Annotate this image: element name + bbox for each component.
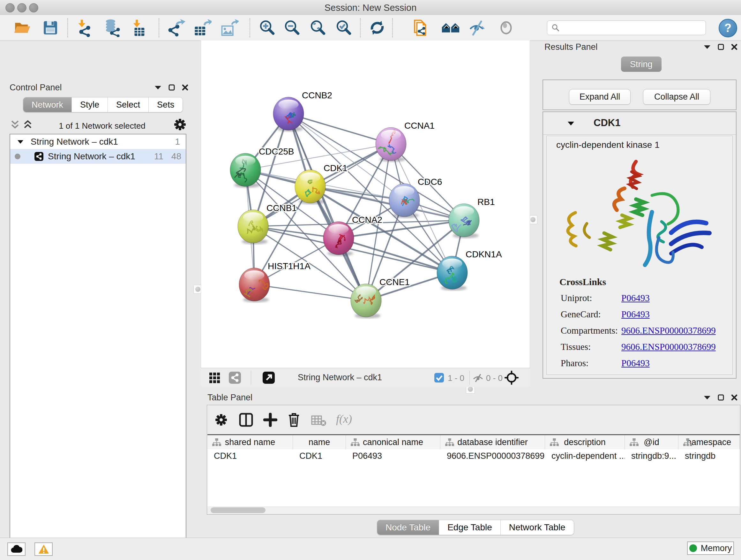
network-node-RB1[interactable]: RB1 bbox=[449, 197, 495, 238]
collapse-panel-icon[interactable] bbox=[704, 395, 711, 400]
network-edge[interactable] bbox=[254, 285, 366, 300]
close-panel-icon[interactable] bbox=[182, 84, 188, 91]
crosslink-link[interactable]: P06493 bbox=[621, 309, 650, 320]
table-cell[interactable]: CDK1 bbox=[293, 449, 346, 462]
table-cell[interactable]: CDK1 bbox=[207, 449, 293, 462]
network-node-CCNB1[interactable]: CCNB1 bbox=[238, 203, 297, 244]
column-header-label: name bbox=[309, 437, 330, 447]
zoom-in-icon[interactable] bbox=[257, 17, 278, 38]
detach-view-icon[interactable] bbox=[263, 372, 275, 384]
close-panel-icon[interactable] bbox=[731, 44, 738, 50]
column-header-description[interactable]: description bbox=[545, 435, 625, 449]
crosslink-link[interactable]: P06493 bbox=[621, 293, 650, 303]
delete-columns-icon[interactable] bbox=[287, 412, 301, 428]
zoom-selected-icon[interactable] bbox=[334, 17, 354, 38]
table-scrollbar-thumb[interactable] bbox=[211, 507, 266, 513]
cloud-button[interactable] bbox=[7, 543, 25, 556]
tab-node-table[interactable]: Node Table bbox=[377, 520, 439, 535]
network-row[interactable]: String Network – cdk1 11 48 bbox=[10, 149, 186, 164]
export-table-icon[interactable] bbox=[192, 17, 212, 38]
search-field[interactable] bbox=[547, 20, 706, 35]
crosslink-link[interactable]: P06493 bbox=[621, 358, 650, 368]
crosslink-link[interactable]: 9606.ENSP00000378699 bbox=[621, 325, 716, 336]
tab-edge-table[interactable]: Edge Table bbox=[439, 520, 501, 535]
birds-eye-view-icon[interactable] bbox=[504, 371, 519, 385]
expand-all-networks-icon[interactable] bbox=[23, 120, 32, 131]
warnings-button[interactable] bbox=[35, 543, 53, 556]
column-header-shared-name[interactable]: shared name bbox=[207, 435, 293, 449]
column-header-canonical-name[interactable]: canonical name bbox=[346, 435, 441, 449]
network-node-CDC6[interactable]: CDC6 bbox=[389, 177, 442, 218]
tab-string[interactable]: String bbox=[621, 57, 662, 72]
network-node-HIST1H1A[interactable]: HIST1H1A bbox=[239, 261, 311, 302]
export-network-icon[interactable] bbox=[166, 17, 186, 38]
column-header-name[interactable]: name bbox=[293, 435, 346, 449]
refresh-icon[interactable] bbox=[367, 17, 387, 38]
crosslink-label: Compartments: bbox=[547, 325, 621, 336]
hide-selected-icon[interactable] bbox=[468, 17, 488, 38]
table-cell[interactable]: cyclin-dependent ... bbox=[545, 449, 625, 462]
close-panel-icon[interactable] bbox=[731, 394, 738, 401]
network-options-gear-icon[interactable] bbox=[174, 118, 186, 131]
network-node-CDKN1A[interactable]: CDKN1A bbox=[437, 249, 502, 291]
network-node-CCNE1[interactable]: CCNE1 bbox=[351, 277, 410, 318]
table-options-gear-icon[interactable] bbox=[215, 414, 227, 426]
column-header-namespace[interactable]: namespace bbox=[678, 435, 740, 449]
help-button[interactable]: ? bbox=[719, 19, 737, 37]
table-cell[interactable]: stringdb bbox=[678, 449, 740, 462]
import-network-from-file-icon[interactable] bbox=[76, 17, 97, 38]
network-node-CCNA1[interactable]: CCNA1 bbox=[376, 121, 434, 162]
show-columns-icon[interactable] bbox=[239, 413, 253, 427]
network-view-toolbar: String Network – cdk1 1 - 0 0 - 0 bbox=[201, 368, 530, 387]
search-input[interactable] bbox=[560, 23, 698, 33]
tab-select[interactable]: Select bbox=[108, 98, 149, 112]
main-toolbar: ? bbox=[0, 15, 741, 41]
show-all-icon[interactable] bbox=[496, 17, 516, 38]
network-collection-row[interactable]: String Network – cdk1 1 bbox=[10, 134, 186, 149]
tab-style[interactable]: Style bbox=[72, 98, 108, 112]
tree-expand-icon[interactable] bbox=[17, 139, 23, 144]
new-network-from-selection-icon[interactable] bbox=[411, 17, 431, 38]
grid-view-icon[interactable] bbox=[209, 372, 220, 384]
open-session-icon[interactable] bbox=[12, 17, 32, 38]
float-panel-icon[interactable] bbox=[718, 44, 724, 50]
collapse-panel-icon[interactable] bbox=[704, 45, 711, 49]
node-label: CCNE1 bbox=[380, 277, 410, 287]
expand-all-button[interactable]: Expand All bbox=[569, 89, 630, 105]
create-column-icon[interactable] bbox=[263, 413, 277, 427]
fit-content-icon[interactable] bbox=[308, 17, 328, 38]
collapse-all-networks-icon[interactable] bbox=[10, 120, 20, 131]
tab-sets[interactable]: Sets bbox=[149, 98, 183, 112]
table-header-row: shared namenamecanonical namedatabase id… bbox=[207, 434, 740, 449]
float-panel-icon[interactable] bbox=[718, 394, 724, 401]
table-row[interactable]: CDK1CDK1P064939606.ENSP00000378699cyclin… bbox=[207, 449, 740, 462]
tab-network[interactable]: Network bbox=[23, 98, 72, 112]
network-node-CCNB2[interactable]: CCNB2 bbox=[273, 90, 332, 132]
float-panel-icon[interactable] bbox=[169, 84, 175, 91]
import-table-from-file-icon[interactable] bbox=[129, 17, 149, 38]
first-neighbors-icon[interactable] bbox=[441, 17, 461, 38]
network-view-icon[interactable] bbox=[229, 372, 241, 384]
table-cell[interactable]: P06493 bbox=[346, 449, 441, 462]
zoom-out-icon[interactable] bbox=[282, 17, 302, 38]
collapse-panel-icon[interactable] bbox=[154, 85, 161, 90]
crosslink-row: GeneCard:P06493 bbox=[547, 306, 732, 322]
memory-button[interactable]: Memory bbox=[687, 542, 734, 555]
save-session-icon[interactable] bbox=[40, 17, 61, 38]
table-cell[interactable]: 9606.ENSP00000378699 bbox=[441, 449, 545, 462]
column-header-database-identifier[interactable]: database identifier bbox=[441, 435, 545, 449]
crosslink-link[interactable]: 9606.ENSP00000378699 bbox=[621, 341, 716, 352]
network-tree: String Network – cdk1 1 String Network –… bbox=[10, 134, 186, 560]
export-image-icon[interactable] bbox=[219, 17, 240, 38]
selected-checkbox-icon[interactable] bbox=[434, 373, 444, 382]
network-node-CDK1[interactable]: CDK1 bbox=[295, 163, 347, 204]
table-cell[interactable]: stringdb:9... bbox=[625, 449, 678, 462]
tab-network-table[interactable]: Network Table bbox=[501, 520, 574, 535]
column-header--id[interactable]: @id bbox=[625, 435, 678, 449]
column-header-label: shared name bbox=[225, 437, 275, 447]
import-network-from-database-icon[interactable] bbox=[102, 17, 123, 38]
network-canvas[interactable]: CCNB2 CCNA1 CDC25B CDK1 CDC6 R bbox=[201, 41, 530, 368]
collapse-all-button[interactable]: Collapse All bbox=[643, 89, 711, 105]
entry-expand-icon[interactable] bbox=[567, 121, 575, 126]
entry-header[interactable]: CDK1 bbox=[543, 112, 736, 135]
